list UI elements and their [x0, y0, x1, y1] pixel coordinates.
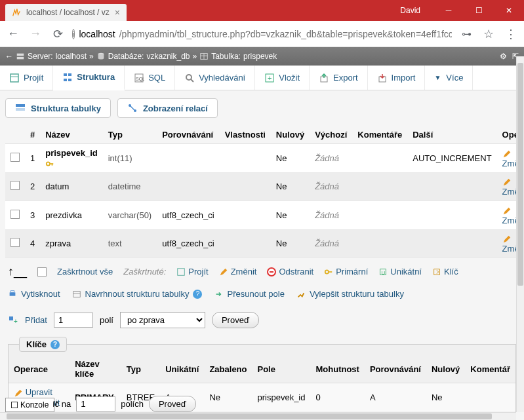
row-checkbox[interactable] — [10, 238, 20, 247]
link-move[interactable]: Přesunout pole — [214, 289, 284, 299]
site-info-icon[interactable]: i — [72, 29, 75, 39]
tab-import[interactable]: Import — [368, 66, 426, 90]
after-select[interactable]: po zprava — [120, 312, 205, 328]
svg-rect-6 — [10, 74, 18, 82]
link-propose[interactable]: Navrhnout strukturu tabulky ? — [72, 289, 203, 299]
check-all-label[interactable]: Zaškrtnout vše — [57, 267, 113, 277]
svg-rect-35 — [73, 291, 80, 297]
pencil-icon — [502, 235, 512, 244]
scrollbar-thumb[interactable] — [517, 63, 523, 286]
bc-server-label: Server: — [28, 52, 53, 61]
col-collation — [157, 172, 220, 201]
svg-rect-11 — [68, 79, 71, 81]
horizontal-scrollbar[interactable] — [0, 412, 516, 420]
console-icon — [11, 402, 18, 408]
batch-change[interactable]: Změnit — [219, 267, 257, 277]
console-toggle[interactable]: Konzole — [5, 398, 54, 412]
caret-down-icon: ▼ — [434, 74, 441, 81]
svg-rect-8 — [64, 73, 67, 76]
col-comment — [352, 201, 407, 230]
minimize-button[interactable]: ─ — [433, 0, 464, 21]
bookmark-icon[interactable]: ☆ — [481, 27, 496, 41]
col-default: Žádná — [310, 229, 352, 258]
batch-drop[interactable]: Odstranit — [267, 267, 313, 277]
batch-unique[interactable]: UUnikátní — [378, 267, 422, 277]
add-count-input[interactable] — [54, 313, 93, 328]
table-row: 3prezdivkavarchar(50)utf8_czech_ciNeŽádn… — [5, 201, 524, 230]
subtab-relation-view[interactable]: Zobrazení relací — [117, 98, 218, 118]
structure-table: # Název Typ Porovnávání Vlastnosti Nulov… — [5, 126, 524, 258]
bottom-form: íč na polích Proveď — [52, 396, 196, 412]
batch-primary[interactable]: Primární — [324, 267, 368, 277]
content: Struktura tabulky Zobrazení relací # Náz… — [0, 90, 524, 420]
url-path: /phpmyadmin/tbl_structure.php?db=vzkazni… — [119, 29, 452, 39]
key-icon[interactable]: ⊶ — [458, 28, 474, 40]
close-window-button[interactable]: ✕ — [494, 0, 524, 21]
maximize-button[interactable]: ☐ — [464, 0, 494, 21]
close-tab-icon[interactable]: × — [115, 7, 120, 18]
browser-tab[interactable]: localhost / localhost / vz × — [5, 4, 127, 21]
col-extra — [407, 229, 496, 258]
col-extra — [407, 172, 496, 201]
col-type: varchar(50) — [103, 201, 157, 230]
arrow-up-icon: ↑__ — [8, 265, 27, 278]
batch-browse[interactable]: Projít — [176, 267, 208, 277]
help-icon[interactable]: ? — [50, 340, 60, 349]
tab-export[interactable]: Export — [310, 66, 368, 90]
col-extra: AUTO_INCREMENT — [407, 144, 496, 173]
col-type: int(11) — [103, 144, 157, 173]
row-checkbox[interactable] — [10, 181, 20, 190]
tab-sql[interactable]: SQLSQL — [125, 66, 175, 90]
gear-icon[interactable]: ⚙ — [500, 52, 507, 61]
drop-icon — [267, 267, 276, 277]
svg-point-14 — [186, 75, 191, 80]
tab-structure[interactable]: Struktura — [53, 66, 125, 90]
col-collation: utf8_czech_ci — [157, 229, 220, 258]
th-null: Nulový — [271, 126, 310, 144]
bc-table-label: Tabulka: — [211, 52, 241, 61]
batch-actions: ↑__ Zaškrtnout vše Zaškrtnuté: Projít Zm… — [5, 258, 519, 285]
col-index: 1 — [25, 144, 40, 173]
bc-db[interactable]: vzkaznik_db — [146, 52, 190, 61]
action-links: Vytisknout Navrhnout strukturu tabulky ?… — [5, 285, 519, 303]
col-default: Žádná — [310, 201, 352, 230]
col-null: Ne — [271, 144, 310, 173]
menu-icon[interactable]: ⋮ — [503, 27, 519, 41]
tab-more[interactable]: ▼Více — [425, 66, 473, 90]
bc-table[interactable]: prispevek — [243, 52, 277, 61]
help-icon[interactable]: ? — [193, 290, 202, 299]
vertical-scrollbar[interactable] — [516, 56, 524, 412]
row-checkbox[interactable] — [10, 153, 20, 162]
subtab-table-structure[interactable]: Struktura tabulky — [5, 98, 111, 118]
col-attr — [220, 172, 271, 201]
breadcrumb: ← Server: localhost » Databáze: vzkaznik… — [0, 47, 524, 66]
tab-search[interactable]: Vyhledávání — [175, 66, 255, 90]
url-host: localhost — [79, 29, 115, 39]
bottom-count-input[interactable] — [76, 396, 115, 411]
bc-server[interactable]: localhost — [56, 52, 87, 61]
pencil-icon — [502, 149, 512, 159]
reload-icon[interactable]: ⟳ — [50, 27, 66, 41]
tab-browse[interactable]: Projít — [0, 66, 53, 90]
breadcrumb-toggle-icon[interactable]: ← — [5, 52, 13, 61]
link-print[interactable]: Vytisknout — [8, 289, 60, 299]
svg-rect-20 — [16, 104, 25, 107]
key-edit[interactable]: Upravit — [26, 387, 52, 397]
link-improve[interactable]: Vylepšit strukturu tabulky — [296, 289, 404, 299]
svg-rect-0 — [17, 54, 24, 56]
svg-line-15 — [191, 79, 193, 82]
scrollbar-thumb[interactable] — [7, 413, 492, 419]
col-index: 2 — [25, 172, 40, 201]
tab-insert[interactable]: +Vložit — [255, 66, 310, 90]
bottom-go-button[interactable]: Proveď — [149, 396, 196, 412]
th-comments: Komentáře — [352, 126, 407, 144]
row-checkbox[interactable] — [10, 210, 20, 219]
check-all-checkbox[interactable] — [37, 267, 47, 277]
back-icon[interactable]: ← — [5, 27, 21, 41]
go-button[interactable]: Proveď — [212, 312, 259, 328]
batch-index[interactable]: Klíč — [432, 267, 458, 277]
address-bar[interactable]: i localhost/phpmyadmin/tbl_structure.php… — [72, 29, 452, 39]
forward-icon[interactable]: → — [28, 27, 43, 41]
col-null: Ne — [271, 172, 310, 201]
bc-db-label: Databáze: — [108, 52, 144, 61]
